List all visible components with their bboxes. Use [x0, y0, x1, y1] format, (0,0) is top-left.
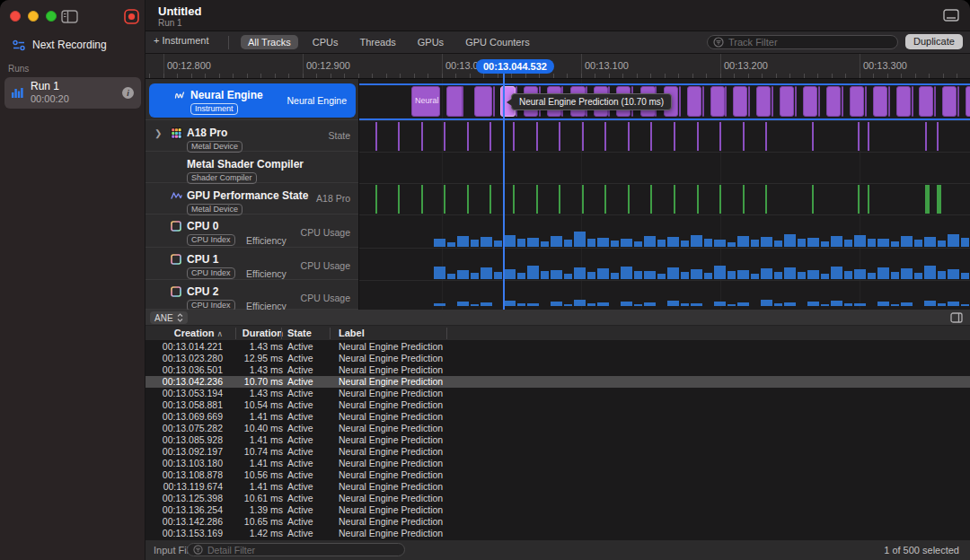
duplicate-button[interactable]: Duplicate [905, 34, 963, 49]
neural-event-block[interactable] [842, 86, 843, 117]
detail-table-header[interactable]: Creation∧DurationStateLabel [146, 326, 970, 341]
neural-event-block[interactable] [756, 86, 771, 117]
neural-event-block[interactable] [687, 86, 701, 117]
neural-event-block[interactable] [803, 86, 817, 117]
table-row[interactable]: 00:13.142.28610.65 msActiveNeural Engine… [146, 516, 970, 528]
sidebar-item-next-recording[interactable]: Next Recording [7, 37, 112, 53]
chevron-right-icon[interactable]: ❯ [154, 128, 162, 138]
sort-ascending-icon: ∧ [216, 329, 223, 338]
tab-gpu-counters[interactable]: GPU Counters [458, 35, 537, 49]
neural-event-block[interactable] [702, 86, 704, 117]
neural-event-block[interactable] [493, 86, 495, 117]
table-row[interactable]: 00:13.023.28012.95 msActiveNeural Engine… [146, 353, 970, 364]
table-row[interactable]: 00:13.125.39810.61 msActiveNeural Engine… [146, 493, 970, 504]
track-cell-gpu-performance-state[interactable]: GPU Performance StateMetal DeviceA18 Pro [146, 183, 359, 214]
column-header-duration[interactable]: Duration [232, 328, 283, 338]
table-row[interactable]: 00:13.103.1801.41 msActiveNeural Engine … [146, 458, 970, 469]
cpu-usage-bar [774, 241, 782, 247]
close-button[interactable] [10, 11, 21, 22]
neural-event-block[interactable] [942, 86, 957, 117]
neural-event-block[interactable] [710, 86, 725, 117]
column-header-creation[interactable]: Creation∧ [149, 328, 223, 338]
track-item-neural-engine[interactable]: Neural EngineInstrumentNeural Engine [146, 79, 359, 120]
track-item-cpu-1[interactable]: CPU 1CPU IndexEfficiencyCPU Usage [146, 248, 359, 280]
state-tick [719, 122, 721, 151]
neural-event-block[interactable] [446, 86, 463, 117]
neural-event-block[interactable]: Neural… [411, 86, 440, 117]
neural-event-block[interactable] [873, 86, 887, 117]
tab-all-tracks[interactable]: All Tracks [241, 35, 298, 49]
neural-event-block[interactable] [772, 86, 773, 117]
info-icon[interactable]: i [122, 87, 134, 99]
tab-threads[interactable]: Threads [352, 35, 402, 49]
timeline-ruler[interactable]: 00:12.80000:12.90000:13.00000:13.10000:1… [146, 54, 970, 79]
table-row[interactable]: 00:13.136.2541.39 msActiveNeural Engine … [146, 504, 970, 516]
table-row[interactable]: 00:13.069.6691.41 msActiveNeural Engine … [146, 411, 970, 423]
zoom-button[interactable] [46, 11, 57, 22]
neural-event-block[interactable] [896, 86, 911, 117]
table-row[interactable]: 00:13.036.5011.43 msActiveNeural Engine … [146, 364, 970, 376]
table-row[interactable]: 00:13.053.1941.43 msActiveNeural Engine … [146, 388, 970, 399]
tab-gpus[interactable]: GPUs [410, 35, 451, 49]
sidebar-toggle-icon[interactable] [61, 10, 78, 23]
neural-event-block[interactable] [919, 86, 933, 117]
track-item-gpu-performance-state[interactable]: GPU Performance StateMetal DeviceA18 Pro [146, 183, 359, 214]
tab-cpus[interactable]: CPUs [305, 35, 346, 49]
table-row[interactable]: 00:13.058.88110.54 msActiveNeural Engine… [146, 399, 970, 411]
track-filter-input[interactable]: Track Filter [707, 35, 898, 49]
table-row[interactable]: 00:13.153.1691.42 msActiveNeural Engine … [146, 528, 970, 539]
neural-event-block[interactable] [462, 86, 463, 117]
inspector-toggle-icon[interactable] [950, 312, 963, 323]
ruler-minor-tick [219, 74, 220, 78]
neural-event-block[interactable] [826, 86, 841, 117]
table-row[interactable]: 00:13.075.28210.40 msActiveNeural Engine… [146, 423, 970, 434]
detail-filter-input[interactable]: Detail Filter [187, 543, 405, 556]
track-cell-cpu-0[interactable]: CPU 0CPU IndexEfficiencyCPU Usage [146, 214, 359, 247]
gpu-state-tick [812, 185, 814, 214]
track-cell-metal-shader-compiler[interactable]: Metal Shader CompilerShader Compiler [146, 152, 359, 182]
track-item-metal-shader-compiler[interactable]: Metal Shader CompilerShader Compiler [146, 152, 359, 183]
table-row[interactable]: 00:13.119.6741.41 msActiveNeural Engine … [146, 481, 970, 493]
neural-event-block[interactable] [850, 86, 864, 117]
neural-event-block[interactable] [818, 86, 820, 117]
add-instrument-button[interactable]: + Instrument [154, 35, 208, 46]
minimize-button[interactable] [28, 11, 39, 22]
neural-event-block[interactable] [888, 86, 890, 117]
playhead-time-badge[interactable]: 00:13.044.532 [476, 59, 554, 74]
track-cell-cpu-2[interactable]: CPU 2CPU IndexEfficiencyCPU Usage [146, 280, 359, 309]
document-title: Untitled [158, 4, 201, 18]
neural-event-block[interactable] [957, 86, 959, 117]
table-row[interactable]: 00:13.014.2211.43 msActiveNeural Engine … [146, 341, 970, 353]
table-row[interactable]: 00:13.092.19710.74 msActiveNeural Engine… [146, 446, 970, 458]
display-icon[interactable] [943, 9, 959, 22]
sidebar-item-run-1[interactable]: Run 1 00:00:20 i [4, 77, 141, 109]
neural-event-block[interactable] [679, 86, 681, 117]
neural-event-block[interactable] [748, 86, 750, 117]
track-cell-a18-pro[interactable]: ❯A18 ProMetal DeviceState [146, 120, 359, 151]
column-header-state[interactable]: State [287, 328, 331, 338]
neural-event-block[interactable] [795, 86, 797, 117]
table-row[interactable]: 00:13.085.9281.41 msActiveNeural Engine … [146, 434, 970, 446]
track-item-a18-pro[interactable]: ❯A18 ProMetal DeviceState [146, 120, 359, 152]
neural-event-block[interactable] [733, 86, 747, 117]
track-item-cpu-2[interactable]: CPU 2CPU IndexEfficiencyCPU Usage [146, 280, 359, 310]
track-item-cpu-0[interactable]: CPU 0CPU IndexEfficiencyCPU Usage [146, 214, 359, 248]
record-icon[interactable] [124, 9, 139, 24]
table-cell-creation: 00:13.142.286 [149, 516, 223, 528]
table-row[interactable]: 00:13.108.87810.56 msActiveNeural Engine… [146, 469, 970, 481]
gpu-state-tick [719, 185, 721, 214]
neural-event-block[interactable] [912, 86, 913, 117]
detail-table[interactable]: 00:13.014.2211.43 msActiveNeural Engine … [146, 341, 970, 539]
detail-scope-popup[interactable]: ANE [150, 311, 188, 324]
timeline-canvas[interactable]: Neural… [359, 79, 970, 310]
neural-event-block[interactable] [474, 86, 492, 117]
track-cell-cpu-1[interactable]: CPU 1CPU IndexEfficiencyCPU Usage [146, 248, 359, 279]
neural-event-block[interactable] [725, 86, 727, 117]
neural-event-block[interactable] [966, 86, 970, 117]
track-cell-neural-engine[interactable]: Neural EngineInstrumentNeural Engine [149, 83, 356, 118]
column-header-label[interactable]: Label [339, 328, 608, 338]
table-row[interactable]: 00:13.042.23610.70 msActiveNeural Engine… [146, 376, 970, 388]
neural-event-block[interactable] [865, 86, 867, 117]
neural-event-block[interactable] [780, 86, 794, 117]
neural-event-block[interactable] [934, 86, 936, 117]
